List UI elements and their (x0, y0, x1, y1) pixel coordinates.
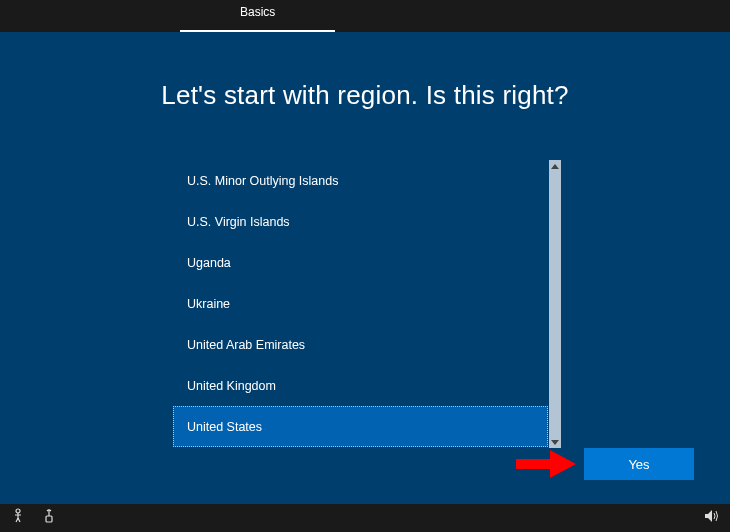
region-item[interactable]: Uganda (173, 242, 548, 283)
scrollbar[interactable] (549, 160, 561, 448)
region-item[interactable]: U.S. Virgin Islands (173, 201, 548, 242)
yes-button[interactable]: Yes (584, 448, 694, 480)
region-list[interactable]: U.S. Minor Outlying Islands U.S. Virgin … (173, 160, 548, 448)
tab-basics-label: Basics (240, 5, 275, 19)
svg-rect-2 (46, 516, 52, 522)
volume-icon[interactable] (704, 509, 720, 527)
bottom-left-icons (10, 508, 56, 528)
callout-arrow-icon (516, 448, 578, 480)
top-bar: Basics (0, 0, 730, 32)
page-title: Let's start with region. Is this right? (0, 80, 730, 111)
region-item[interactable]: United Arab Emirates (173, 324, 548, 365)
svg-rect-0 (516, 459, 552, 469)
power-icon[interactable] (42, 508, 56, 528)
region-item-selected[interactable]: United States (173, 406, 548, 447)
region-item[interactable]: Ukraine (173, 283, 548, 324)
region-item[interactable]: U.S. Minor Outlying Islands (173, 160, 548, 201)
tab-basics[interactable]: Basics (180, 0, 335, 32)
main-area: Let's start with region. Is this right? … (0, 32, 730, 504)
accessibility-icon[interactable] (10, 508, 26, 528)
scroll-up-icon[interactable] (549, 160, 561, 172)
region-list-container: U.S. Minor Outlying Islands U.S. Virgin … (173, 160, 561, 448)
region-item[interactable]: United Kingdom (173, 365, 548, 406)
scroll-down-icon[interactable] (549, 436, 561, 448)
scroll-thumb[interactable] (549, 172, 561, 436)
svg-point-1 (16, 509, 20, 513)
bottom-bar (0, 504, 730, 532)
